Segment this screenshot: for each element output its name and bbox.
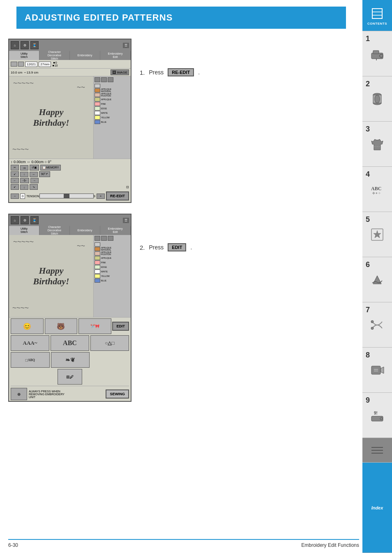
tab-utility-stitch-1[interactable]: UtilityStitch — [9, 51, 39, 60]
re-edit-button[interactable]: RE-EDIT — [106, 191, 129, 200]
ctrl-btn-center[interactable]: ··5·· — [20, 178, 29, 183]
sidebar-tab-7[interactable]: 7 — [362, 302, 392, 348]
sidebar-tab-2[interactable]: 2 — [362, 76, 392, 122]
ctrl-btn-up[interactable]: ↑ — [20, 172, 28, 177]
stitch-cell-face[interactable]: 😊 — [11, 318, 44, 334]
image-button[interactable]: 🖼 IMAGE — [111, 69, 129, 75]
tab-embroidery-edit-2[interactable]: EmbroideryEdit — [100, 226, 131, 235]
stitch-cell-hoop[interactable]: ⊞🖊 — [58, 369, 82, 385]
tension-bar — [39, 194, 94, 198]
ctrl-btn-memory[interactable]: 📋MEMORY — [40, 165, 61, 171]
svg-rect-22 — [371, 416, 383, 421]
thread2-item-3[interactable]: APPLIQUE — [95, 256, 130, 260]
stitch-cell-shapes[interactable]: ○△□ — [90, 335, 129, 351]
tension-value: 0 — [20, 194, 25, 199]
thread-item-3[interactable]: APPLIQUE — [95, 97, 130, 101]
thread-item-8[interactable]: BLUE — [95, 120, 130, 124]
svg-rect-18 — [371, 366, 380, 374]
tension-minus-btn[interactable]: − — [11, 194, 19, 199]
ctrl-btn-flip[interactable]: ↔ — [30, 172, 38, 177]
sidebar-tab-9[interactable]: 9 9! — [362, 393, 392, 438]
thread2-item-1[interactable]: APPLIQUEMATERIAL — [95, 247, 130, 251]
thread2-item-7[interactable]: YELLOW — [95, 274, 130, 278]
sidebar-tab-5[interactable]: 5 — [362, 212, 392, 257]
ctrl-btn-resize[interactable]: ↙ — [11, 171, 19, 177]
stitch-cell-animal[interactable]: 🐻 — [45, 318, 78, 334]
sewing-button[interactable]: SEWING — [106, 389, 129, 399]
ctrl-btn-bottomright[interactable]: ↘ — [30, 184, 38, 190]
contents-icon — [369, 5, 385, 22]
thread2-icon-3 — [108, 236, 113, 241]
ctrl-btn-rotate[interactable]: ↺▣ — [30, 165, 39, 171]
panel-input-value[interactable]: 12021 — [25, 62, 37, 67]
tab-utility-stitch-2[interactable]: UtilityStitch — [9, 226, 39, 235]
stitch-cell-ornament[interactable]: ❧❦ — [51, 352, 90, 368]
tab-character-stitch-1[interactable]: CharacterDecorativeStitch — [39, 51, 70, 60]
hoop-stitch-icon — [369, 362, 385, 378]
tension-plus-btn[interactable]: + — [97, 194, 105, 199]
sidebar-tab-8[interactable]: 8 — [362, 348, 392, 393]
thread-item-6[interactable]: WHITE — [95, 111, 130, 115]
thread-item-1[interactable]: APPLIQUEMATERIAL — [95, 88, 130, 92]
deco-squiggle-6: 〜〜〜〜 — [12, 305, 29, 311]
panel-icon-settings: ⚙ — [21, 41, 29, 49]
panel-bottom-usb-icon[interactable]: ⊕ — [11, 388, 27, 400]
panel-design-area-2: 〜〜〜〜〜 〜〜 Happy Birthday! 〜〜〜〜 — [9, 235, 94, 317]
stitch-cell-abc-small[interactable]: □ABQ — [11, 352, 50, 368]
sidebar-tab-3[interactable]: 3 — [362, 122, 392, 167]
thread2-icon-2 — [101, 236, 107, 241]
panel-thread-list-1: APPLIQUEMATERIAL APPLIQUEPOSITION APPLIQ… — [94, 76, 131, 159]
ctrl-btn-scissors[interactable]: ✂ — [11, 165, 19, 171]
panel-top-right-icon: ☰ — [123, 43, 129, 48]
thread2-item-4[interactable]: PINK — [95, 260, 130, 265]
ctrl-btn-bottomleft[interactable]: ↙ — [11, 184, 19, 190]
thread2-item-6[interactable]: WHITE — [95, 270, 130, 274]
stitch-cell-abc-large[interactable]: ABC — [51, 335, 89, 351]
sidebar-tab-1[interactable]: 1 — [362, 31, 392, 76]
sidebar-tab-5-number: 5 — [366, 215, 370, 224]
thread-item-2[interactable]: APPLIQUEPOSITION — [95, 93, 130, 97]
panel-icon-needle — [18, 62, 24, 67]
deco-squiggle-2: 〜〜 — [77, 85, 85, 90]
sidebar-tab-7-number: 7 — [366, 306, 370, 314]
thread2-item-5[interactable]: EDGE — [95, 265, 130, 269]
sidebar-tab-4[interactable]: 4 ABC ✤✦✧ — [362, 167, 392, 212]
tab-character-stitch-2[interactable]: CharacterDecorativeStitch — [39, 226, 70, 235]
thread2-item-8[interactable]: BLUE — [95, 279, 130, 283]
tab-embroidery-edit-1[interactable]: EmbroideryEdit — [100, 51, 131, 60]
step-1-button[interactable]: RE-EDIT — [168, 68, 194, 76]
ctrl-btn-left[interactable]: ← — [11, 178, 19, 183]
thread2-item-0[interactable] — [95, 242, 130, 247]
thread-item-0[interactable] — [95, 84, 130, 88]
thread-color-7 — [95, 115, 100, 120]
panel2-top-right-icon: ☰ — [123, 218, 129, 223]
ctrl-btn-right[interactable]: → — [30, 178, 39, 183]
position-text: ↕ 0.00cm ↔ 0.00cm ○ 0° — [11, 160, 51, 164]
thread-item-4[interactable]: PINK — [95, 102, 130, 106]
ctrl-btn-minus-plus[interactable]: ↕± — [20, 165, 28, 171]
ctrl-btn-crop[interactable]: ⊡ — [126, 185, 129, 189]
step-2-button[interactable]: EDIT — [168, 243, 186, 251]
panel-mm-value: 27mm — [39, 62, 51, 67]
tab-embroidery-2[interactable]: Embroidery — [70, 226, 100, 235]
stitch-cell-text-style[interactable]: AAA~ — [11, 335, 49, 351]
thread-item-5[interactable]: EDGE — [95, 106, 130, 111]
maintenance-icon: 9! — [369, 407, 385, 424]
ctrl-btn-90[interactable]: 90°↱ — [39, 171, 50, 177]
thread-item-7[interactable]: YELLOW — [95, 115, 130, 120]
deco-squiggle-1: 〜〜〜〜〜 — [13, 81, 34, 86]
machine-panel-1: ⌂ ⚙ 🧵 ☰ UtilityStitch CharacterDecorativ… — [8, 39, 131, 207]
stitch-cell-tool[interactable]: ✂️🎀 — [78, 318, 111, 334]
tab-embroidery-1[interactable]: Embroidery — [70, 51, 100, 60]
sidebar-tab-1-number: 1 — [366, 35, 370, 43]
sidebar-tab-index[interactable]: Index — [362, 463, 392, 553]
thread2-item-2[interactable]: APPLIQUEPOSITION — [95, 251, 130, 256]
edit-button[interactable]: EDIT — [112, 322, 129, 331]
ctrl-btn-down[interactable]: ↓ — [20, 184, 28, 190]
thread-icon-3 — [108, 77, 113, 82]
panel-thread-list-2: APPLIQUEMATERIAL APPLIQUEPOSITION APPLIQ… — [94, 235, 131, 317]
sidebar-tab-6[interactable]: 6 — [362, 257, 392, 302]
thread-color-6 — [95, 111, 100, 115]
sidebar-tab-contents[interactable]: CONTENTS — [362, 0, 392, 31]
sidebar-tab-toc[interactable] — [362, 438, 392, 463]
